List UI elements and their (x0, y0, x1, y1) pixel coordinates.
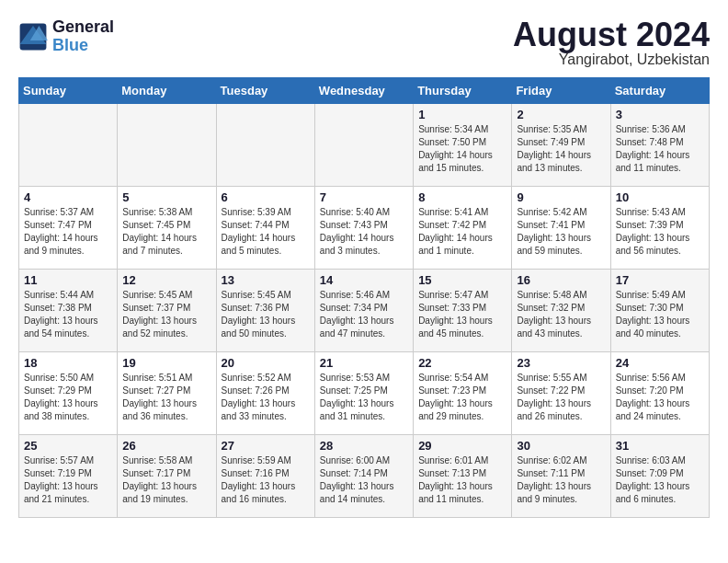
day-info: Sunrise: 5:49 AM Sunset: 7:30 PM Dayligh… (616, 289, 704, 340)
day-number: 14 (320, 273, 408, 287)
day-info: Sunrise: 6:00 AM Sunset: 7:14 PM Dayligh… (320, 454, 408, 506)
day-number: 15 (418, 273, 506, 287)
day-number: 29 (418, 439, 506, 453)
logo-text: General Blue (52, 18, 114, 55)
calendar-cell: 19Sunrise: 5:51 AM Sunset: 7:27 PM Dayli… (118, 352, 216, 435)
day-info: Sunrise: 6:01 AM Sunset: 7:13 PM Dayligh… (418, 454, 506, 506)
day-info: Sunrise: 5:37 AM Sunset: 7:47 PM Dayligh… (24, 206, 112, 258)
calendar-cell: 1Sunrise: 5:34 AM Sunset: 7:50 PM Daylig… (414, 104, 512, 187)
day-info: Sunrise: 5:44 AM Sunset: 7:38 PM Dayligh… (24, 289, 112, 340)
day-number: 3 (616, 108, 704, 121)
day-number: 26 (122, 439, 210, 453)
day-info: Sunrise: 5:47 AM Sunset: 7:33 PM Dayligh… (418, 289, 506, 340)
calendar-cell: 28Sunrise: 6:00 AM Sunset: 7:14 PM Dayli… (314, 435, 413, 518)
weekday-tuesday: Tuesday (216, 78, 314, 104)
calendar-header: SundayMondayTuesdayWednesdayThursdayFrid… (19, 78, 710, 104)
day-info: Sunrise: 5:57 AM Sunset: 7:19 PM Dayligh… (24, 454, 112, 506)
week-row-4: 18Sunrise: 5:50 AM Sunset: 7:29 PM Dayli… (19, 352, 710, 435)
calendar-cell: 5Sunrise: 5:38 AM Sunset: 7:45 PM Daylig… (118, 187, 216, 270)
day-number: 7 (320, 190, 408, 204)
week-row-1: 1Sunrise: 5:34 AM Sunset: 7:50 PM Daylig… (19, 104, 710, 187)
day-number: 2 (517, 108, 605, 121)
week-row-2: 4Sunrise: 5:37 AM Sunset: 7:47 PM Daylig… (19, 187, 710, 270)
calendar-cell: 20Sunrise: 5:52 AM Sunset: 7:26 PM Dayli… (216, 352, 314, 435)
calendar-cell: 29Sunrise: 6:01 AM Sunset: 7:13 PM Dayli… (414, 435, 512, 518)
day-number: 4 (24, 190, 112, 204)
calendar-cell: 12Sunrise: 5:45 AM Sunset: 7:37 PM Dayli… (118, 270, 216, 352)
day-info: Sunrise: 5:43 AM Sunset: 7:39 PM Dayligh… (616, 206, 704, 258)
day-info: Sunrise: 5:34 AM Sunset: 7:50 PM Dayligh… (418, 123, 506, 175)
calendar-cell: 8Sunrise: 5:41 AM Sunset: 7:42 PM Daylig… (414, 187, 512, 270)
week-row-5: 25Sunrise: 5:57 AM Sunset: 7:19 PM Dayli… (19, 435, 710, 518)
day-number: 11 (24, 273, 112, 287)
calendar-table: SundayMondayTuesdayWednesdayThursdayFrid… (18, 77, 710, 518)
day-info: Sunrise: 5:50 AM Sunset: 7:29 PM Dayligh… (24, 372, 112, 423)
day-info: Sunrise: 5:39 AM Sunset: 7:44 PM Dayligh… (222, 206, 310, 258)
day-info: Sunrise: 5:51 AM Sunset: 7:27 PM Dayligh… (122, 372, 210, 423)
day-number: 16 (517, 273, 605, 287)
calendar-cell: 6Sunrise: 5:39 AM Sunset: 7:44 PM Daylig… (216, 187, 314, 270)
calendar-cell (19, 104, 118, 187)
calendar-cell: 10Sunrise: 5:43 AM Sunset: 7:39 PM Dayli… (610, 187, 709, 270)
day-info: Sunrise: 6:03 AM Sunset: 7:09 PM Dayligh… (616, 454, 704, 506)
day-number: 28 (320, 439, 408, 453)
calendar-cell: 14Sunrise: 5:46 AM Sunset: 7:34 PM Dayli… (314, 270, 413, 352)
logo: General Blue (18, 18, 114, 55)
weekday-saturday: Saturday (610, 78, 709, 104)
day-number: 22 (418, 356, 506, 370)
weekday-row: SundayMondayTuesdayWednesdayThursdayFrid… (19, 78, 710, 104)
page-header: General Blue August 2024 Yangirabot, Uzb… (18, 18, 710, 68)
day-number: 6 (222, 190, 310, 204)
title-block: August 2024 Yangirabot, Uzbekistan (513, 18, 710, 68)
day-info: Sunrise: 5:53 AM Sunset: 7:25 PM Dayligh… (320, 372, 408, 423)
day-info: Sunrise: 5:36 AM Sunset: 7:48 PM Dayligh… (616, 123, 704, 175)
day-number: 19 (122, 356, 210, 370)
weekday-sunday: Sunday (19, 78, 118, 104)
day-info: Sunrise: 5:40 AM Sunset: 7:43 PM Dayligh… (320, 206, 408, 258)
calendar-cell: 17Sunrise: 5:49 AM Sunset: 7:30 PM Dayli… (610, 270, 709, 352)
weekday-monday: Monday (118, 78, 216, 104)
weekday-friday: Friday (512, 78, 610, 104)
day-number: 31 (616, 439, 704, 453)
day-info: Sunrise: 5:58 AM Sunset: 7:17 PM Dayligh… (122, 454, 210, 506)
calendar-cell: 31Sunrise: 6:03 AM Sunset: 7:09 PM Dayli… (610, 435, 709, 518)
day-number: 13 (222, 273, 310, 287)
day-number: 12 (122, 273, 210, 287)
day-info: Sunrise: 5:56 AM Sunset: 7:20 PM Dayligh… (616, 372, 704, 423)
calendar-cell (314, 104, 413, 187)
day-number: 9 (517, 190, 605, 204)
day-number: 20 (222, 356, 310, 370)
day-info: Sunrise: 5:46 AM Sunset: 7:34 PM Dayligh… (320, 289, 408, 340)
day-number: 8 (418, 190, 506, 204)
calendar-cell: 7Sunrise: 5:40 AM Sunset: 7:43 PM Daylig… (314, 187, 413, 270)
calendar-cell: 11Sunrise: 5:44 AM Sunset: 7:38 PM Dayli… (19, 270, 118, 352)
day-info: Sunrise: 5:45 AM Sunset: 7:37 PM Dayligh… (122, 289, 210, 340)
calendar-cell: 27Sunrise: 5:59 AM Sunset: 7:16 PM Dayli… (216, 435, 314, 518)
calendar-cell: 13Sunrise: 5:45 AM Sunset: 7:36 PM Dayli… (216, 270, 314, 352)
weekday-thursday: Thursday (414, 78, 512, 104)
day-info: Sunrise: 5:48 AM Sunset: 7:32 PM Dayligh… (517, 289, 605, 340)
month-year: August 2024 (513, 18, 710, 52)
calendar-cell: 30Sunrise: 6:02 AM Sunset: 7:11 PM Dayli… (512, 435, 610, 518)
calendar-cell: 21Sunrise: 5:53 AM Sunset: 7:25 PM Dayli… (314, 352, 413, 435)
day-number: 17 (616, 273, 704, 287)
calendar-cell: 24Sunrise: 5:56 AM Sunset: 7:20 PM Dayli… (610, 352, 709, 435)
calendar-body: 1Sunrise: 5:34 AM Sunset: 7:50 PM Daylig… (19, 104, 710, 518)
day-info: Sunrise: 5:35 AM Sunset: 7:49 PM Dayligh… (517, 123, 605, 175)
weekday-wednesday: Wednesday (314, 78, 413, 104)
day-number: 27 (222, 439, 310, 453)
calendar-cell: 15Sunrise: 5:47 AM Sunset: 7:33 PM Dayli… (414, 270, 512, 352)
day-info: Sunrise: 5:45 AM Sunset: 7:36 PM Dayligh… (222, 289, 310, 340)
logo-icon (18, 22, 48, 52)
day-info: Sunrise: 5:54 AM Sunset: 7:23 PM Dayligh… (418, 372, 506, 423)
day-number: 30 (517, 439, 605, 453)
calendar-cell: 25Sunrise: 5:57 AM Sunset: 7:19 PM Dayli… (19, 435, 118, 518)
calendar-cell (216, 104, 314, 187)
day-info: Sunrise: 5:38 AM Sunset: 7:45 PM Dayligh… (122, 206, 210, 258)
calendar-cell (118, 104, 216, 187)
calendar-cell: 22Sunrise: 5:54 AM Sunset: 7:23 PM Dayli… (414, 352, 512, 435)
day-number: 24 (616, 356, 704, 370)
calendar-cell: 16Sunrise: 5:48 AM Sunset: 7:32 PM Dayli… (512, 270, 610, 352)
day-number: 23 (517, 356, 605, 370)
calendar-cell: 3Sunrise: 5:36 AM Sunset: 7:48 PM Daylig… (610, 104, 709, 187)
